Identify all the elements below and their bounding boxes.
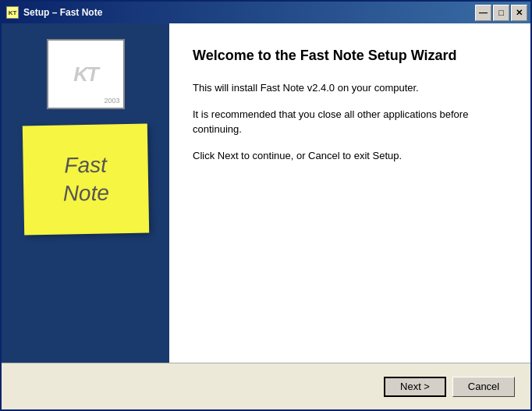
bottom-bar: Next > Cancel xyxy=(2,363,530,409)
logo-year: 2003 xyxy=(104,97,119,105)
left-panel: KT 2003 Fast Note xyxy=(2,23,169,363)
wizard-title: Welcome to the Fast Note Setup Wizard xyxy=(193,47,507,65)
title-bar-left: KT Setup – Fast Note xyxy=(6,6,102,19)
maximize-button[interactable]: □ xyxy=(493,5,509,21)
paragraph-2: It is recommended that you close all oth… xyxy=(193,107,507,137)
sticky-note-text: Fast Note xyxy=(62,151,108,208)
title-bar: KT Setup – Fast Note — □ ✕ xyxy=(2,2,530,23)
setup-window: KT Setup – Fast Note — □ ✕ KT 2003 Fast … xyxy=(0,0,532,411)
paragraph-3: Click Next to continue, or Cancel to exi… xyxy=(193,148,507,164)
window-body: KT 2003 Fast Note Welcome to the Fast No… xyxy=(2,23,530,409)
window-title: Setup – Fast Note xyxy=(23,7,102,18)
wizard-body: This will install Fast Note v2.4.0 on yo… xyxy=(193,80,507,347)
logo-box: KT 2003 xyxy=(47,39,125,109)
next-button[interactable]: Next > xyxy=(384,377,446,397)
app-icon: KT xyxy=(6,6,19,19)
close-button[interactable]: ✕ xyxy=(511,5,527,21)
sticky-note: Fast Note xyxy=(22,124,148,236)
minimize-button[interactable]: — xyxy=(475,5,491,21)
logo-text: KT xyxy=(73,62,98,87)
window-controls: — □ ✕ xyxy=(475,5,527,21)
paragraph-1: This will install Fast Note v2.4.0 on yo… xyxy=(193,80,507,96)
cancel-button[interactable]: Cancel xyxy=(452,377,515,397)
right-panel: Welcome to the Fast Note Setup Wizard Th… xyxy=(169,23,530,363)
content-area: KT 2003 Fast Note Welcome to the Fast No… xyxy=(2,23,530,363)
